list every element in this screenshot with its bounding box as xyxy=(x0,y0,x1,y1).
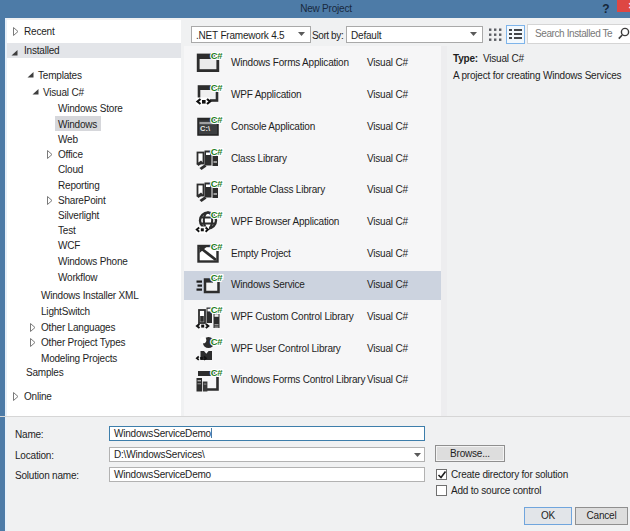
svg-text:C#: C# xyxy=(211,336,223,347)
svg-text:C#: C# xyxy=(211,241,223,252)
svg-text:C#: C# xyxy=(211,82,223,93)
svg-text:C#: C# xyxy=(211,209,223,220)
svg-text:C#: C# xyxy=(211,178,223,189)
svg-text:C#: C# xyxy=(211,304,223,315)
svg-text:C#: C# xyxy=(211,272,223,283)
svg-text:C#: C# xyxy=(211,367,223,378)
svg-text:C#: C# xyxy=(211,114,223,125)
svg-text:C:\: C:\ xyxy=(200,124,211,133)
svg-text:C#: C# xyxy=(211,146,223,157)
svg-text:C#: C# xyxy=(211,50,223,61)
